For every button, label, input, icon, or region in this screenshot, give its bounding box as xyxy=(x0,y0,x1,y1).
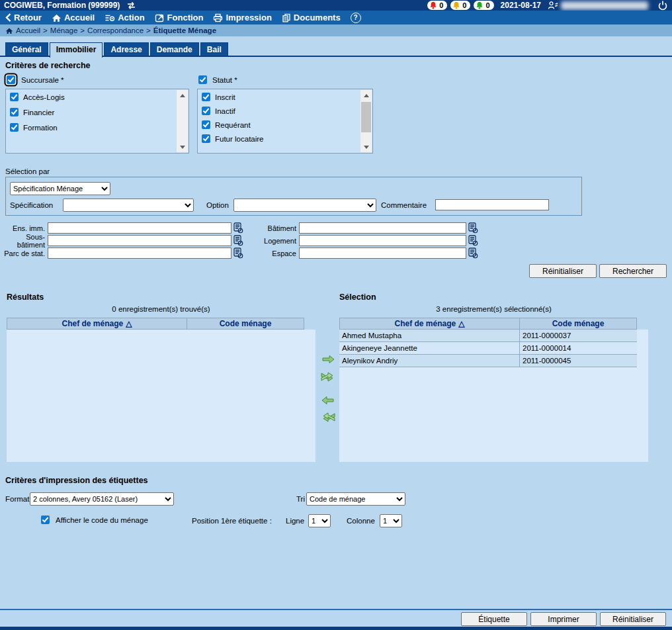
ens-imm-input[interactable] xyxy=(48,222,231,234)
table-row[interactable]: Ahmed Mustapha 2011-0000037 xyxy=(339,330,637,342)
results-col-chef[interactable]: Chef de ménage △ xyxy=(7,318,187,329)
fields-right-column: Bâtiment Logement Espace xyxy=(251,222,478,259)
breadcrumb-home-icon[interactable] xyxy=(5,27,13,34)
list-item[interactable]: Futur locataire xyxy=(198,132,372,146)
scrollbar[interactable] xyxy=(360,90,372,152)
tri-select[interactable]: Code de ménage xyxy=(306,492,405,506)
scroll-up-icon[interactable] xyxy=(360,90,372,101)
list-item[interactable]: Formation xyxy=(6,120,189,135)
lookup-icon[interactable] xyxy=(468,248,478,259)
reset-search-button[interactable]: Réinitialiser xyxy=(529,264,597,278)
move-left-button[interactable] xyxy=(321,396,335,408)
specification-select[interactable] xyxy=(63,199,194,212)
item-checkbox[interactable] xyxy=(202,134,210,143)
breadcrumb-item[interactable]: Correspondance xyxy=(87,26,144,34)
nav-fonction[interactable]: Fonction xyxy=(155,13,204,22)
tab-general[interactable]: Général xyxy=(5,42,48,56)
item-checkbox[interactable] xyxy=(202,93,210,101)
reinitialiser-button[interactable]: Réinitialiser xyxy=(600,612,666,626)
ens-imm-label: Ens. imm. xyxy=(0,224,45,232)
scroll-down-icon[interactable] xyxy=(360,142,372,152)
table-row[interactable]: Aleynikov Andriy 2011-0000045 xyxy=(339,355,637,367)
item-checkbox[interactable] xyxy=(10,123,19,132)
app-title: COGIWEB, Formation (999999) xyxy=(4,1,120,10)
selection-count: 3 enregistrement(s) sélectionné(s) xyxy=(339,305,648,313)
documents-icon xyxy=(282,13,291,22)
nav-retour-label: Retour xyxy=(14,13,42,22)
alert-red-badge[interactable]: 0 xyxy=(427,1,447,10)
lookup-icon[interactable] xyxy=(468,235,478,246)
succursale-label: Succursale * xyxy=(21,76,64,84)
selection-col-chef[interactable]: Chef de ménage △ xyxy=(340,318,519,329)
results-title: Résultats xyxy=(7,292,44,302)
lookup-icon[interactable] xyxy=(233,222,243,234)
statut-toggle[interactable]: Statut * xyxy=(198,75,237,84)
parc-stat-input[interactable] xyxy=(48,248,231,259)
scroll-down-icon[interactable] xyxy=(177,142,188,152)
item-checkbox[interactable] xyxy=(202,107,210,115)
etiquette-button[interactable]: Étiquette xyxy=(461,612,527,626)
move-all-right-button[interactable] xyxy=(320,371,336,386)
move-all-left-button[interactable] xyxy=(320,411,336,427)
selection-par-label: Sélection par xyxy=(5,167,50,175)
format-select[interactable]: 2 colonnes, Avery 05162 (Laser) xyxy=(30,492,174,506)
list-item[interactable]: Accès-Logis xyxy=(6,89,189,105)
selection-col-code[interactable]: Code ménage xyxy=(519,318,636,329)
scrollbar[interactable] xyxy=(177,90,188,152)
option-select[interactable] xyxy=(233,199,376,212)
nav-action[interactable]: Action xyxy=(105,13,144,22)
statut-checkbox[interactable] xyxy=(198,75,207,84)
nav-retour[interactable]: Retour xyxy=(5,13,42,22)
nav-documents[interactable]: Documents xyxy=(282,13,341,22)
espace-input[interactable] xyxy=(299,248,466,259)
cell-code: 2011-0000014 xyxy=(519,342,637,354)
sous-batiment-input[interactable] xyxy=(48,235,231,246)
commentaire-input[interactable] xyxy=(435,199,549,210)
list-item[interactable]: Requérant xyxy=(198,118,372,132)
results-col-code[interactable]: Code ménage xyxy=(187,318,304,329)
imprimer-button[interactable]: Imprimer xyxy=(530,612,597,626)
results-table-body xyxy=(7,330,315,462)
user-icon[interactable] xyxy=(548,1,558,10)
succursale-toggle[interactable]: Succursale * xyxy=(7,75,64,84)
col-label: Code ménage xyxy=(220,319,272,328)
item-checkbox[interactable] xyxy=(10,93,19,101)
alert-green-badge[interactable]: 0 xyxy=(474,1,493,10)
lookup-icon[interactable] xyxy=(233,235,243,246)
nav-impression[interactable]: Impression xyxy=(213,13,271,22)
search-button[interactable]: Rechercher xyxy=(599,264,667,278)
list-item[interactable]: Inscrit xyxy=(198,89,372,104)
tab-adresse[interactable]: Adresse xyxy=(104,42,148,56)
move-right-button[interactable] xyxy=(321,355,335,367)
breadcrumb-item[interactable]: Accueil xyxy=(16,26,40,34)
item-checkbox[interactable] xyxy=(10,108,19,116)
tab-demande[interactable]: Demande xyxy=(150,42,199,56)
cell-chef: Ahmed Mustapha xyxy=(339,330,519,341)
succursale-checkbox[interactable] xyxy=(7,75,15,84)
scroll-up-icon[interactable] xyxy=(177,90,188,101)
list-item[interactable]: Inactif xyxy=(198,104,372,118)
power-icon[interactable] xyxy=(657,0,668,11)
help-icon[interactable]: ? xyxy=(351,13,361,23)
lookup-icon[interactable] xyxy=(233,248,243,259)
item-checkbox[interactable] xyxy=(202,120,210,129)
selection-type-select[interactable]: Spécification Ménage xyxy=(10,182,110,195)
refresh-icon[interactable] xyxy=(126,1,136,10)
tab-immobilier[interactable]: Immobilier xyxy=(50,42,103,58)
lookup-icon[interactable] xyxy=(468,222,478,234)
table-row[interactable]: Akingeneye Jeannette 2011-0000014 xyxy=(339,342,637,355)
list-item[interactable]: Financier xyxy=(6,105,189,120)
nav-accueil[interactable]: Accueil xyxy=(52,13,95,22)
show-code-checkbox[interactable] xyxy=(41,516,50,524)
batiment-input[interactable] xyxy=(299,222,466,234)
nav-impression-label: Impression xyxy=(226,13,271,22)
logement-input[interactable] xyxy=(299,235,466,246)
ligne-select[interactable]: 1 xyxy=(308,514,331,527)
show-code-toggle[interactable]: Afficher le code du ménage xyxy=(41,516,148,524)
scrollbar-thumb[interactable] xyxy=(361,102,371,132)
colonne-select[interactable]: 1 xyxy=(380,514,402,527)
alert-yellow-badge[interactable]: 0 xyxy=(450,1,470,10)
tab-bail[interactable]: Bail xyxy=(200,42,228,56)
breadcrumb-item[interactable]: Ménage xyxy=(50,26,78,34)
item-label: Formation xyxy=(23,124,58,132)
